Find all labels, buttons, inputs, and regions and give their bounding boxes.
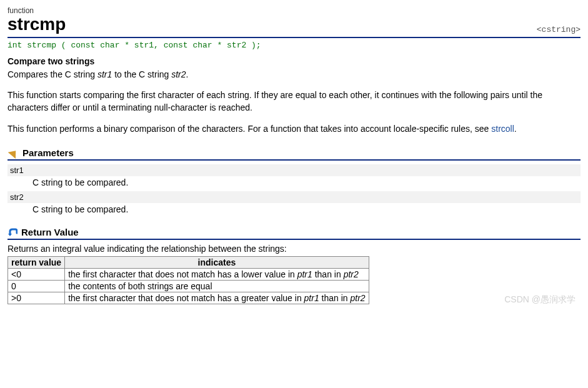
header-divider [7,37,581,38]
return-value-cell: 0 [8,281,65,292]
table-header-col2: indicates [65,257,369,269]
return-value-cell: >0 [8,292,65,304]
return-intro: Returns an integral value indicating the… [7,244,581,254]
return-indicates-cell: the first character that does not match … [65,269,369,281]
return-arrow-icon [7,228,17,237]
ruler-triangle-icon [8,147,20,159]
param-ref-str2: str2 [171,69,186,79]
desc-paragraph-2: This function starts comparing the first… [7,89,581,114]
header-include-tag: <cstring> [537,25,581,34]
param-name: str1 [7,164,581,176]
table-row: <0 the first character that does not mat… [8,269,369,281]
desc-paragraph-3: This function performs a binary comparis… [7,123,581,136]
section-return-heading: Return Value [7,227,581,240]
params-list: str1 C string to be compared. str2 C str… [7,164,581,214]
param-ref-str1: str1 [97,69,112,79]
watermark: CSDN @愚润求学 [504,294,576,306]
param-desc: C string to be compared. [32,204,581,214]
header-left: function strcmp [7,6,66,34]
param-desc: C string to be compared. [32,177,581,187]
function-name: strcmp [7,15,66,34]
strcoll-link[interactable]: strcoll [491,124,514,134]
return-indicates-cell: the contents of both strings are equal [65,281,369,292]
function-signature: int strcmp ( const char * str1, const ch… [7,39,581,54]
return-table: return value indicates <0 the first char… [7,256,369,304]
section-return-title: Return Value [21,227,79,237]
desc-paragraph-1: Compares the C string str1 to the C stri… [7,69,581,81]
return-value-cell: <0 [8,269,65,281]
return-indicates-cell: the first character that does not match … [65,292,369,304]
category-label: function [7,6,66,15]
table-header-row: return value indicates [8,257,369,269]
header-row: function strcmp <cstring> [7,6,581,34]
description: Compares the C string str1 to the C stri… [7,69,581,135]
section-parameters-heading: Parameters [7,147,581,161]
subtitle: Compare two strings [7,56,581,66]
table-row: >0 the first character that does not mat… [8,292,369,304]
section-parameters-title: Parameters [22,147,74,158]
param-name: str2 [7,191,581,203]
table-header-col1: return value [8,257,65,269]
table-row: 0 the contents of both strings are equal [8,281,369,292]
